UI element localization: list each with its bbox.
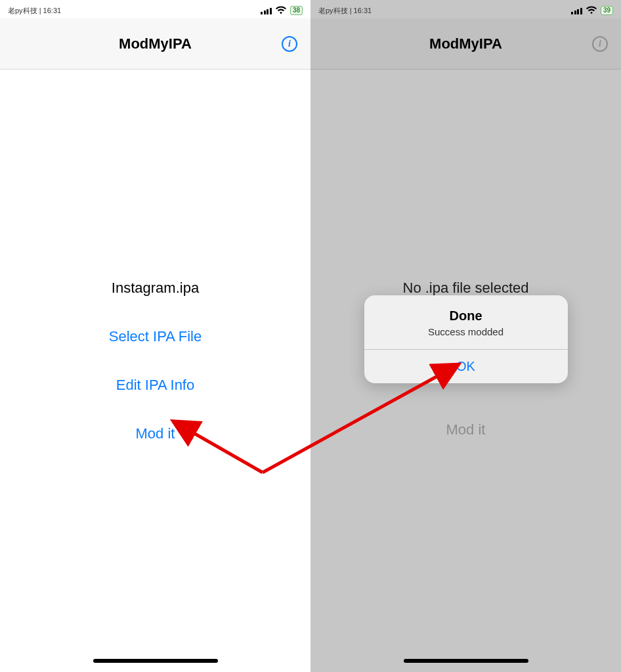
status-bar: 老py科技 | 16:31 39 xyxy=(310,0,621,18)
edit-ipa-info-button[interactable]: Edit IPA Info xyxy=(116,377,194,394)
info-icon: i xyxy=(282,36,297,52)
alert-body: Done Success modded xyxy=(364,295,568,349)
info-button[interactable]: i xyxy=(591,35,609,53)
nav-bar: ModMyIPA i xyxy=(0,18,310,70)
wifi-icon xyxy=(586,6,597,15)
selected-file-label: Instagram.ipa xyxy=(112,280,199,297)
status-right: 38 xyxy=(261,6,303,15)
carrier-time: 老py科技 | 16:31 xyxy=(8,6,61,16)
battery-indicator: 39 xyxy=(601,6,613,15)
home-indicator[interactable] xyxy=(93,659,218,663)
battery-indicator: 38 xyxy=(290,6,303,15)
info-icon: i xyxy=(592,36,608,52)
page-title: ModMyIPA xyxy=(429,35,502,52)
nav-bar: ModMyIPA i xyxy=(310,18,621,70)
home-indicator[interactable] xyxy=(404,659,528,663)
cellular-signal-icon xyxy=(571,7,582,14)
alert-title: Done xyxy=(375,308,557,324)
page-title: ModMyIPA xyxy=(119,35,192,52)
right-screen: 老py科技 | 16:31 39 ModMyIPA i No .ipa file… xyxy=(310,0,621,672)
select-ipa-button[interactable]: Select IPA File xyxy=(109,328,202,345)
main-content: Instagram.ipa Select IPA File Edit IPA I… xyxy=(0,70,310,672)
status-right: 39 xyxy=(571,6,613,15)
carrier-time: 老py科技 | 16:31 xyxy=(318,6,372,16)
mod-it-button[interactable]: Mod it xyxy=(136,425,175,442)
alert-ok-button[interactable]: OK xyxy=(364,350,568,383)
mod-it-button[interactable]: Mod it xyxy=(446,421,486,438)
done-alert: Done Success modded OK xyxy=(364,295,568,383)
alert-message: Success modded xyxy=(375,326,557,337)
selected-file-label: No .ipa file selected xyxy=(403,280,529,297)
wifi-icon xyxy=(275,6,287,15)
left-screen: 老py科技 | 16:31 38 ModMyIPA i Instagram.ip… xyxy=(0,0,310,672)
cellular-signal-icon xyxy=(261,7,272,14)
status-bar: 老py科技 | 16:31 38 xyxy=(0,0,310,18)
info-button[interactable]: i xyxy=(280,35,299,53)
